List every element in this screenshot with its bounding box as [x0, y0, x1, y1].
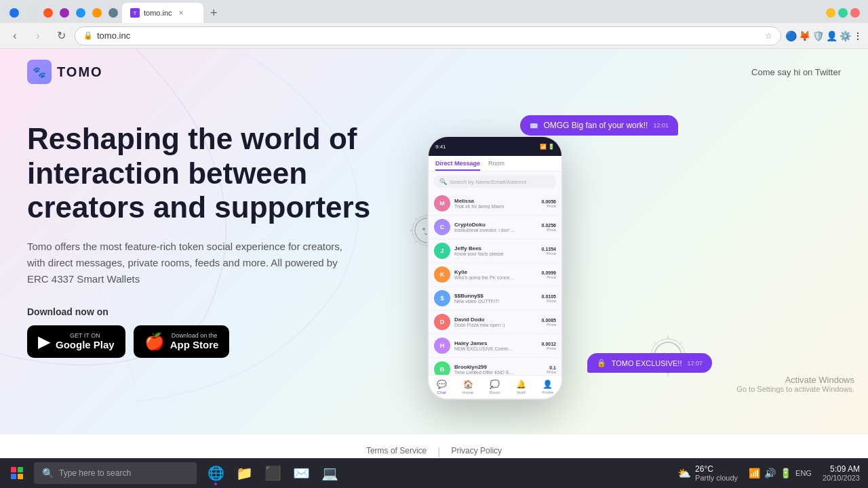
- logo-text: TOMO: [57, 64, 103, 80]
- ext-icon-5[interactable]: ⚙️: [840, 30, 851, 41]
- download-label: Download now on: [27, 306, 407, 317]
- phone-bottom-tab-chat[interactable]: 💬 Chat: [437, 380, 447, 394]
- taskbar-app-explorer[interactable]: 📁: [231, 460, 258, 487]
- svg-marker-6: [414, 217, 418, 221]
- taskbar-icons-group: 📶 🔊 🔋 ENG: [749, 468, 812, 479]
- ext-icon-4[interactable]: 👤: [826, 30, 837, 41]
- bubble-bottom-time: 12:07: [687, 360, 703, 367]
- temperature-text: 26°C: [695, 464, 738, 474]
- phone-message-item[interactable]: $ $$Bunny$$ New video OUTTFIT! 0.0105 Pr…: [429, 287, 561, 310]
- code-icon: 💻: [321, 465, 338, 481]
- taskbar-search[interactable]: 🔍 Type here to search: [34, 462, 197, 484]
- chat-bubble-bottom: 🔒 TOMO EXCLUSIVE!! 12:07: [587, 353, 712, 373]
- phone-message-item[interactable]: J Jeffy Bees Know your facts please 0.13…: [429, 239, 561, 263]
- bubble-bottom-icon: 🔒: [597, 359, 606, 367]
- phone-notch: [475, 137, 515, 148]
- phone-bottom-tab-notif[interactable]: 🔔 Notif: [516, 380, 526, 394]
- phone-bottom-tab-room[interactable]: 💭 Room: [489, 380, 500, 394]
- taskbar-time: 5:09 AM: [830, 464, 860, 474]
- window-maximize[interactable]: [838, 8, 848, 18]
- taskbar-app-terminal[interactable]: ⬛: [259, 460, 286, 487]
- explorer-icon: 📁: [236, 465, 253, 481]
- windows-logo: [11, 467, 23, 479]
- forward-button[interactable]: ›: [28, 26, 47, 45]
- google-play-large-text: Google Play: [56, 339, 115, 350]
- tab-inactive-3[interactable]: [41, 3, 56, 22]
- tab-inactive-5[interactable]: [73, 3, 88, 22]
- terminal-icon: ⬛: [264, 465, 281, 481]
- tab-inactive-2[interactable]: [24, 3, 39, 22]
- taskbar-app-chrome[interactable]: 🌐: [202, 460, 229, 487]
- taskbar-weather: ⛅ 26°C Partly cloudy: [677, 464, 738, 482]
- taskbar-apps: 🌐 📁 ⬛ ✉️ 💻: [197, 460, 669, 487]
- page-wrapper: 🐾 TOMO Come say hi on Twitter Reshaping …: [0, 49, 868, 434]
- battery-icon[interactable]: 🔋: [780, 468, 791, 479]
- phone-message-list: M Melissa That sh for being Miami 0.0056…: [429, 192, 561, 382]
- tab-inactive-7[interactable]: [106, 3, 121, 22]
- phone-bottom-bar: 💬 Chat 🏠 Home 💭 Room 🔔 Notif 👤 Profile: [429, 375, 561, 399]
- logo-area: 🐾 TOMO: [27, 60, 103, 84]
- bookmark-icon[interactable]: ☆: [765, 31, 772, 41]
- phone-tab-room[interactable]: Room: [488, 160, 505, 171]
- address-bar[interactable]: 🔒 tomo.inc ☆: [75, 26, 781, 45]
- taskbar: 🔍 Type here to search 🌐 📁 ⬛ ✉️ 💻 ⛅ 26°C …: [0, 458, 868, 488]
- tab-inactive-4[interactable]: [57, 3, 72, 22]
- lock-icon: 🔒: [83, 31, 93, 40]
- tab-inactive-6[interactable]: [90, 3, 104, 22]
- privacy-link[interactable]: Privacy Policy: [451, 446, 502, 458]
- phone-time: 9:41: [435, 144, 446, 150]
- browser-toolbar: ‹ › ↻ 🔒 tomo.inc ☆ 🔵 🦊 🛡️ 👤 ⚙️ ⋮: [0, 23, 868, 49]
- phone-tab-dm[interactable]: Direct Message: [435, 160, 480, 171]
- download-buttons: ▶ GET IT ON Google Play 🍎 Download on th…: [27, 325, 407, 358]
- ext-icon-1[interactable]: 🔵: [785, 30, 797, 41]
- window-close[interactable]: [850, 8, 860, 18]
- twitter-link[interactable]: Come say hi on Twitter: [751, 67, 841, 77]
- apple-icon: 🍎: [144, 332, 165, 351]
- new-tab-button[interactable]: +: [205, 6, 223, 20]
- google-play-button[interactable]: ▶ GET IT ON Google Play: [27, 325, 125, 358]
- svg-marker-14: [667, 334, 669, 339]
- site-nav: 🐾 TOMO Come say hi on Twitter: [0, 49, 868, 95]
- app-store-button[interactable]: 🍎 Download on the App Store: [134, 325, 230, 358]
- back-button[interactable]: ‹: [5, 26, 24, 45]
- phone-content: Direct Message Room 🔍 Search by Name/Ema…: [429, 156, 561, 399]
- phone-status-icons: 📶 🔋: [540, 144, 555, 150]
- phone-status-bar: 9:41 📶 🔋: [429, 137, 561, 156]
- hero-section: Reshaping the world of interaction betwe…: [0, 95, 868, 407]
- network-icon[interactable]: 📶: [749, 468, 760, 479]
- terms-link[interactable]: Terms of Service: [366, 446, 427, 458]
- tab-bar: T tomo.inc × +: [0, 0, 868, 23]
- bubble-top-icon: ✉️: [530, 122, 538, 129]
- google-play-icon: ▶: [38, 332, 50, 351]
- window-minimize[interactable]: [826, 8, 835, 18]
- reload-button[interactable]: ↻: [52, 26, 71, 45]
- ext-icon-3[interactable]: 🛡️: [812, 30, 824, 41]
- tab-active[interactable]: T tomo.inc ×: [122, 3, 203, 23]
- phone-search-bar[interactable]: 🔍 Search by Name/Email/Address: [434, 176, 556, 188]
- phone-bottom-tab-home[interactable]: 🏠 Home: [462, 380, 473, 394]
- phone-message-item[interactable]: D David Dodo Dodo Pizza now open :) 0.00…: [429, 310, 561, 334]
- volume-icon[interactable]: 🔊: [764, 468, 776, 479]
- taskbar-datetime[interactable]: 5:09 AM 20/10/2023: [823, 464, 860, 482]
- more-icon[interactable]: ⋮: [853, 30, 863, 41]
- taskbar-app-mail[interactable]: ✉️: [288, 460, 315, 487]
- bubble-top-text: OMGG Big fan of your work!!: [543, 121, 648, 130]
- phone-tabs: Direct Message Room: [429, 156, 561, 171]
- ext-icon-2[interactable]: 🦊: [799, 30, 810, 41]
- start-button[interactable]: [0, 458, 34, 488]
- phone-message-item[interactable]: K Kylie Who's going the FK concert?? 0.0…: [429, 263, 561, 287]
- lang-text: ENG: [795, 469, 812, 477]
- tab-inactive-1[interactable]: [5, 3, 23, 22]
- svg-marker-18: [652, 340, 657, 345]
- phone-message-item[interactable]: C CryptoDoku Institutional investor, i d…: [429, 216, 561, 239]
- phone-frame: 9:41 📶 🔋 Direct Message Room: [427, 136, 563, 400]
- browser-extensions: 🔵 🦊 🛡️ 👤 ⚙️ ⋮: [785, 30, 863, 41]
- hero-subtext: Tomo offers the most feature-rich token …: [27, 239, 353, 287]
- phone-search-icon: 🔍: [439, 178, 447, 185]
- phone-bottom-tab-profile[interactable]: 👤 Profile: [542, 380, 553, 394]
- taskbar-app-code[interactable]: 💻: [316, 460, 343, 487]
- weather-text: Partly cloudy: [695, 474, 738, 482]
- phone-message-item[interactable]: M Melissa That sh for being Miami 0.0056…: [429, 192, 561, 216]
- tab-close-icon[interactable]: ×: [179, 8, 184, 18]
- phone-message-item[interactable]: H Haley James NEW EXCLUSIVE Coming soon …: [429, 334, 561, 358]
